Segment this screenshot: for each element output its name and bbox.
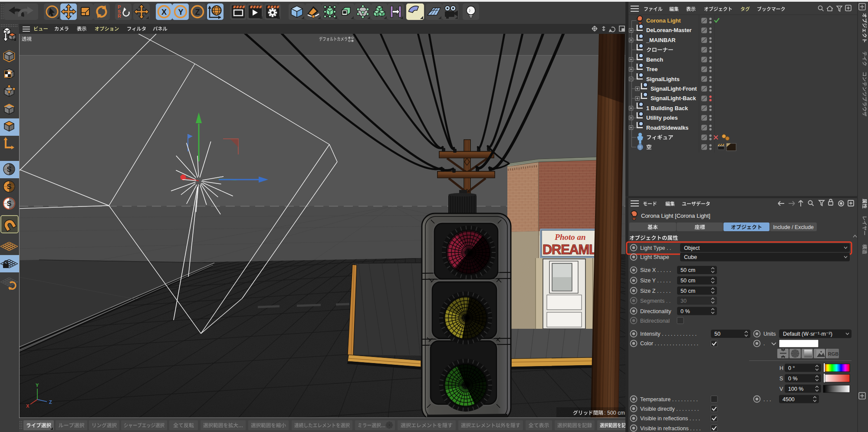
svg-text:Corona Light: Corona Light [646,17,681,24]
svg-text:50 cm: 50 cm [681,288,695,294]
svg-text:Include / Exclude: Include / Exclude [773,224,814,230]
svg-text:Intensity . . . . . . . . . .: Intensity . . . . . . . . . . . . [640,331,697,337]
svg-text:50 cm: 50 cm [681,278,695,284]
svg-text:0 °: 0 ° [788,365,795,371]
svg-text:Road/Sidewalks: Road/Sidewalks [646,124,688,131]
svg-text:R: R [118,13,121,19]
svg-text:Y: Y [178,8,183,16]
svg-text:Size Z . . . . .: Size Z . . . . . [640,288,671,294]
svg-text:S: S [779,376,783,382]
svg-text:RGB: RGB [828,351,839,357]
svg-text:Z: Z [49,399,52,405]
svg-text:Cube: Cube [684,254,697,260]
svg-text:X: X [26,403,30,409]
svg-text:Size X . . . . .: Size X . . . . . [640,267,671,273]
svg-text:SignalLight-Front: SignalLight-Front [651,85,697,92]
svg-text:.: . [763,340,765,347]
svg-text:V: V [779,386,783,392]
svg-text:S: S [7,200,12,207]
svg-text:DeLorean-Master: DeLorean-Master [646,27,692,33]
svg-text:50 cm: 50 cm [681,267,695,273]
svg-text:Visible directly . . . . . . .: Visible directly . . . . . . . . [640,406,699,412]
svg-text:Tree: Tree [646,66,658,72]
svg-text:Light Type . .: Light Type . . [640,245,671,251]
svg-text:0 %: 0 % [788,376,798,382]
svg-text:Light Shape: Light Shape [640,254,669,260]
svg-text:Object: Object [684,245,700,251]
svg-text:Utility poles: Utility poles [646,115,678,121]
svg-text:Units: Units [763,331,776,337]
svg-text:_MAINBAR: _MAINBAR [646,37,676,43]
svg-text:4500: 4500 [783,396,795,403]
svg-text:Visible in refractions . . . .: Visible in refractions . . . . [640,425,700,432]
svg-text:Z: Z [195,8,200,16]
svg-text:30: 30 [681,298,687,304]
svg-text:X: X [161,8,167,16]
svg-text:DREAML: DREAML [542,242,597,257]
svg-text:Temperature . . . . . . . . .: Temperature . . . . . . . . . [640,396,698,403]
svg-text:Y: Y [36,383,39,388]
svg-text:Segments . .: Segments . . [640,298,671,304]
svg-text:Size Y . . . . .: Size Y . . . . . [640,278,671,284]
svg-text:. . .: . . . [763,396,771,403]
svg-text:1 Building Back: 1 Building Back [646,105,688,111]
svg-text:Photo an: Photo an [554,232,585,242]
svg-text:S: S [7,183,12,190]
svg-text:Color . . . . . . . . . . . .: Color . . . . . . . . . . . . . . . [640,340,698,347]
svg-text:50: 50 [714,331,720,337]
svg-text:Bench: Bench [646,56,663,63]
svg-text:Bidirectional: Bidirectional [640,318,670,324]
svg-text:Directionality: Directionality [640,308,671,314]
svg-text:100 %: 100 % [788,386,803,392]
svg-text:Visible in reflections . . . .: Visible in reflections . . . . [640,416,700,422]
svg-text:S: S [7,166,12,173]
svg-text:: 500 cm: : 500 cm [604,410,625,416]
svg-text:H: H [779,365,783,371]
svg-text:Default (W·sr⁻¹·m⁻²): Default (W·sr⁻¹·m⁻²) [783,331,832,337]
svg-text:SignalLight-Back: SignalLight-Back [651,95,696,101]
svg-text:SignalLights: SignalLights [646,76,680,82]
svg-text:Corona Light [Corona Light]: Corona Light [Corona Light] [641,213,710,219]
svg-text:0 %: 0 % [681,308,690,314]
